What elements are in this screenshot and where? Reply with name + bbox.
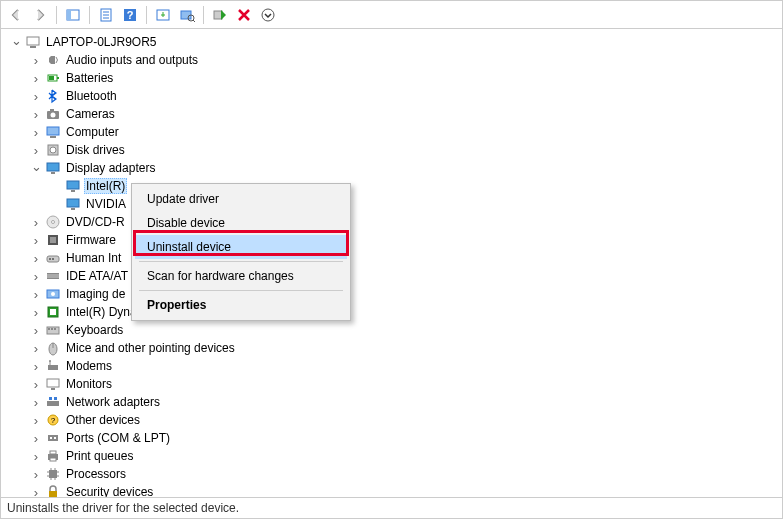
properties-button[interactable] [95,4,117,26]
keyboard-icon [45,322,61,338]
device-tree-container: LAPTOP-0LJR9OR5 Audio inputs and outputs… [1,29,782,498]
category-label: DVD/CD-R [64,215,127,229]
category-node[interactable]: Imaging de [9,285,782,303]
chevron-right-icon[interactable] [29,305,43,319]
menu-item-disable-device[interactable]: Disable device [135,211,347,235]
svg-rect-23 [47,127,59,135]
chevron-right-icon[interactable] [29,215,43,229]
category-node[interactable]: Ports (COM & LPT) [9,429,782,447]
svg-rect-40 [47,273,59,279]
category-node[interactable]: IDE ATA/AT [9,267,782,285]
enable-button[interactable] [209,4,231,26]
toolbar-separator [203,6,204,24]
menu-item-uninstall-device[interactable]: Uninstall device [135,235,347,259]
svg-point-39 [52,258,54,260]
chevron-right-icon[interactable] [29,323,43,337]
chevron-right-icon[interactable] [29,233,43,247]
menu-item-properties[interactable]: Properties [135,293,347,317]
category-node[interactable]: Modems [9,357,782,375]
help-button[interactable]: ? [119,4,141,26]
chevron-right-icon[interactable] [29,143,43,157]
category-node[interactable]: Disk drives [9,141,782,159]
category-node[interactable]: Print queues [9,447,782,465]
chevron-right-icon[interactable] [29,485,43,497]
chevron-right-icon[interactable] [29,251,43,265]
menu-separator [139,290,343,291]
forward-button[interactable] [29,4,51,26]
svg-rect-18 [57,77,59,79]
device-node[interactable]: Intel(R) [9,177,782,195]
device-node[interactable]: NVIDIA [9,195,782,213]
network-icon [45,394,61,410]
dvd-icon [45,214,61,230]
chevron-right-icon[interactable] [29,377,43,391]
svg-point-26 [50,147,56,153]
device-tree[interactable]: LAPTOP-0LJR9OR5 Audio inputs and outputs… [1,29,782,497]
category-node[interactable]: Computer [9,123,782,141]
hid-icon [45,250,61,266]
svg-rect-22 [50,109,54,111]
category-node[interactable]: Processors [9,465,782,483]
chevron-right-icon[interactable] [29,467,43,481]
svg-rect-69 [49,470,57,478]
scan-icon [179,7,195,23]
uninstall-button[interactable] [233,4,255,26]
svg-rect-32 [71,208,75,210]
scan-hardware-button[interactable] [176,4,198,26]
category-label: Mice and other pointing devices [64,341,237,355]
show-hide-button[interactable] [62,4,84,26]
category-node[interactable]: Network adapters [9,393,782,411]
update-driver-button[interactable] [152,4,174,26]
chevron-right-icon[interactable] [29,53,43,67]
category-node[interactable]: Cameras [9,105,782,123]
chevron-right-icon[interactable] [29,107,43,121]
menu-item-update-driver[interactable]: Update driver [135,187,347,211]
category-label: Cameras [64,107,117,121]
chevron-right-icon[interactable] [29,89,43,103]
svg-line-11 [193,20,195,22]
category-node[interactable]: Bluetooth [9,87,782,105]
svg-rect-14 [27,37,39,45]
category-label: Imaging de [64,287,127,301]
chevron-right-icon[interactable] [29,71,43,85]
category-node[interactable]: Security devices [9,483,782,497]
svg-point-21 [51,113,56,118]
category-node[interactable]: Human Int [9,249,782,267]
category-node[interactable]: Keyboards [9,321,782,339]
svg-rect-67 [50,451,56,454]
chevron-right-icon[interactable] [29,125,43,139]
bluetooth-icon [45,88,61,104]
category-node[interactable]: Display adapters [9,159,782,177]
chevron-right-icon[interactable] [29,341,43,355]
chevron-right-icon[interactable] [29,431,43,445]
disk-icon [45,142,61,158]
root-node[interactable]: LAPTOP-0LJR9OR5 [9,33,782,51]
category-node[interactable]: DVD/CD-R [9,213,782,231]
category-node[interactable]: Monitors [9,375,782,393]
computer-icon [25,34,41,50]
more-button[interactable] [257,4,279,26]
audio-icon [45,52,61,68]
battery-icon [45,70,61,86]
menu-item-scan-for-hardware-changes[interactable]: Scan for hardware changes [135,264,347,288]
category-label: Batteries [64,71,115,85]
chevron-down-icon[interactable] [29,161,43,175]
category-node[interactable]: ?Other devices [9,411,782,429]
chevron-right-icon[interactable] [29,413,43,427]
category-node[interactable]: Batteries [9,69,782,87]
category-node[interactable]: Firmware [9,231,782,249]
back-button[interactable] [5,4,27,26]
category-node[interactable]: Audio inputs and outputs [9,51,782,69]
category-node[interactable]: Mice and other pointing devices [9,339,782,357]
chevron-right-icon[interactable] [29,449,43,463]
chevron-right-icon[interactable] [29,395,43,409]
category-node[interactable]: Intel(R) Dynamic Platform and Thermal Fr… [9,303,782,321]
chevron-right-icon[interactable] [29,359,43,373]
category-label: Modems [64,359,114,373]
chevron-down-icon[interactable] [9,35,23,49]
status-text: Uninstalls the driver for the selected d… [7,501,239,515]
chevron-right-icon[interactable] [29,269,43,283]
context-menu: Update driverDisable deviceUninstall dev… [131,183,351,321]
svg-rect-53 [48,365,58,370]
chevron-right-icon[interactable] [29,287,43,301]
